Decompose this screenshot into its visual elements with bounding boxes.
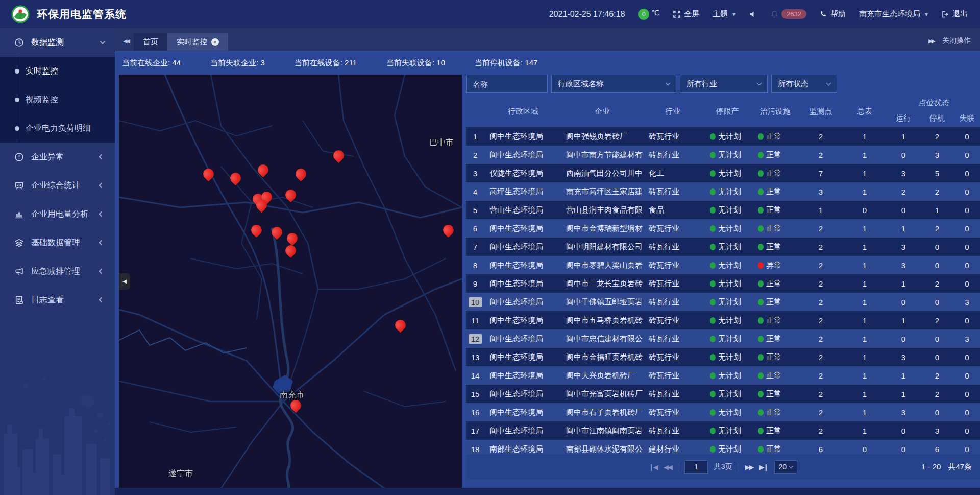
next-page-icon[interactable]: ▶▶ <box>745 463 753 471</box>
sidebar-item-power-load-detail[interactable]: 企业电力负荷明细 <box>0 114 115 143</box>
sidebar-item-emergency-reduction[interactable]: 应急减排管理 <box>0 257 115 286</box>
stat-item: 当前失联企业: 3 <box>210 58 265 68</box>
help-button[interactable]: 帮助 <box>820 9 846 19</box>
pagination-bar: ❙◀ ◀◀ 共3页 ▶▶ ▶❙ 20 1 - 20 共47条 <box>466 454 980 480</box>
sound-toggle[interactable] <box>749 10 757 18</box>
stat-item: 当前在线企业: 44 <box>122 58 181 68</box>
cell-meter: 1 <box>843 279 887 288</box>
table-row[interactable]: 8 阆中生态环境局 阆中市枣碧大梁山页岩 砖瓦行业 无计划 异常 2 1 3 0 <box>466 256 980 274</box>
cell-points: 2 <box>799 335 843 343</box>
map-panel[interactable]: 巴中市 南充市 遂宁市 <box>119 75 462 488</box>
table-body: 1 阆中生态环境局 阆中强锐页岩砖厂 砖瓦行业 无计划 正常 2 1 1 2 0 <box>466 127 980 454</box>
name-search-input[interactable] <box>466 75 548 93</box>
table-row[interactable]: 18 南部生态环境局 南部县砌体水泥有限公 建材行业 无计划 正常 6 0 0 … <box>466 440 980 454</box>
cell-region: 阆中生态环境局 <box>484 352 562 362</box>
cell-facility-status: 正常 <box>752 242 799 252</box>
status-dot-icon <box>758 170 764 177</box>
tabs-scroll-right-icon[interactable]: ▶▶ <box>928 38 934 44</box>
sidebar-item-video-monitoring[interactable]: 视频监控 <box>0 85 115 114</box>
table-row[interactable]: 9 阆中生态环境局 阆中市二龙长宝页岩砖 砖瓦行业 无计划 正常 2 1 1 2 <box>466 274 980 293</box>
region-select[interactable]: 行政区域名称 <box>551 75 676 93</box>
cell-index: 15 <box>466 389 484 399</box>
cell-index: 10 <box>466 297 484 307</box>
page-size-select[interactable]: 20 <box>774 460 798 474</box>
filter-bar: 行政区域名称 所有行业 所有状态 <box>466 75 980 93</box>
panel-collapse-handle[interactable] <box>119 273 130 290</box>
tab-home[interactable]: 首页 <box>134 33 167 51</box>
sidebar-item-enterprise-abnormal[interactable]: 企业异常 <box>0 143 115 171</box>
table-header: 行政区域 企业 行业 停限产 治污设施 监测点 总表 点位状态 运行 停机 失联 <box>466 96 980 127</box>
cell-points: 2 <box>799 243 843 251</box>
close-operations-menu[interactable]: 关闭操作 <box>942 36 971 45</box>
tabs-scroll-left-icon[interactable]: ◀◀ <box>120 38 134 51</box>
cell-lost: 0 <box>954 408 980 417</box>
header-toolbar: 2021-02-25 17:46:18 0 ℃ 全屏 主题 2632 帮助 南充… <box>549 9 980 20</box>
cell-facility-status: 正常 <box>752 371 799 381</box>
cell-index: 6 <box>466 224 484 233</box>
prev-page-icon[interactable]: ◀◀ <box>664 463 672 471</box>
cell-facility-status: 异常 <box>752 261 799 270</box>
cell-stop-status: 无计划 <box>703 224 752 233</box>
table-row[interactable]: 3 仪陇生态环境局 西南油气田分公司川中 化工 无计划 正常 7 1 3 5 0 <box>466 164 980 182</box>
cell-run: 1 <box>887 132 920 141</box>
table-row[interactable]: 7 阆中生态环境局 阆中明阳建材有限公司 砖瓦行业 无计划 正常 2 1 3 0 <box>466 238 980 256</box>
status-dot-icon <box>758 225 764 232</box>
logout-button[interactable]: 退出 <box>941 9 968 19</box>
cell-index: 1 <box>466 132 484 142</box>
workspace: 巴中市 南充市 遂宁市 <box>115 75 980 488</box>
table-row[interactable]: 5 营山生态环境局 营山县润丰肉食品有限 食品 无计划 正常 1 0 0 1 0 <box>466 201 980 219</box>
app-title: 环保用电监管系统 <box>37 7 127 21</box>
last-page-icon[interactable]: ▶❙ <box>760 463 768 471</box>
cell-halt: 6 <box>920 445 954 454</box>
cell-points: 1 <box>799 206 843 215</box>
cell-meter: 1 <box>843 261 887 270</box>
cell-lost: 0 <box>954 151 980 159</box>
total-label: 共47条 <box>948 462 972 472</box>
table-row[interactable]: 16 阆中生态环境局 阆中市石子页岩机砖厂 砖瓦行业 无计划 正常 2 1 3 … <box>466 403 980 421</box>
sidebar-item-base-data-management[interactable]: 基础数据管理 <box>0 228 115 257</box>
notifications[interactable]: 2632 <box>770 9 806 19</box>
cell-region: 阆中生态环境局 <box>484 224 562 233</box>
sidebar-item-log-view[interactable]: 日志查看 <box>0 286 115 314</box>
datetime: 2021-02-25 17:46:18 <box>549 10 625 19</box>
cell-stop-status: 无计划 <box>703 132 752 142</box>
cell-stop-status: 无计划 <box>703 261 752 270</box>
cell-stop-status: 无计划 <box>703 389 752 399</box>
cell-industry: 砖瓦行业 <box>643 242 703 252</box>
table-row[interactable]: 10 阆中生态环境局 阆中千佛镇五郎垭页岩 砖瓦行业 无计划 正常 2 1 0 … <box>466 293 980 311</box>
sidebar-item-power-usage-analysis[interactable]: 企业用电量分析 <box>0 200 115 228</box>
cell-points: 2 <box>799 224 843 233</box>
org-menu[interactable]: 南充市生态环境局 <box>859 9 928 19</box>
first-page-icon[interactable]: ❙◀ <box>649 463 657 471</box>
table-row[interactable]: 11 阆中生态环境局 阆中市五马桥页岩机砖 砖瓦行业 无计划 正常 2 1 1 … <box>466 311 980 329</box>
table-row[interactable]: 4 高坪生态环境局 南充市高坪区王家店建 砖瓦行业 无计划 正常 3 1 2 2 <box>466 182 980 201</box>
tab-close-icon[interactable] <box>211 38 219 46</box>
table-row[interactable]: 6 阆中生态环境局 阆中市金博瑞新型墙材 砖瓦行业 无计划 正常 2 1 1 2 <box>466 219 980 238</box>
table-row[interactable]: 14 阆中生态环境局 阆中大兴页岩机砖厂 砖瓦行业 无计划 正常 2 1 1 2 <box>466 366 980 385</box>
table-row[interactable]: 13 阆中生态环境局 阆中市金福旺页岩机砖 砖瓦行业 无计划 正常 2 1 3 … <box>466 348 980 366</box>
cell-facility-status: 正常 <box>752 132 799 142</box>
cell-industry: 建材行业 <box>643 444 703 454</box>
cell-points: 2 <box>799 132 843 141</box>
tab-realtime-monitoring[interactable]: 实时监控 <box>167 33 228 51</box>
theme-menu[interactable]: 主题 <box>713 9 736 19</box>
table-row[interactable]: 2 阆中生态环境局 阆中市南方节能建材有 砖瓦行业 无计划 正常 2 1 0 3 <box>466 146 980 164</box>
table-row[interactable]: 17 阆中生态环境局 阆中市江南镇阆南页岩 砖瓦行业 无计划 正常 2 1 0 … <box>466 421 980 440</box>
sidebar-item-data-monitoring[interactable]: 数据监测 <box>0 28 115 57</box>
cell-meter: 1 <box>843 187 887 196</box>
status-dot-icon <box>758 280 764 287</box>
fullscreen-button[interactable]: 全屏 <box>673 9 699 19</box>
stat-item: 当前在线设备: 211 <box>295 58 357 68</box>
cell-run: 3 <box>887 353 920 362</box>
layers-icon <box>14 238 24 248</box>
table-row[interactable]: 15 阆中生态环境局 阆中市光富页岩机砖厂 砖瓦行业 无计划 正常 2 1 1 … <box>466 385 980 403</box>
status-select[interactable]: 所有状态 <box>771 75 837 93</box>
sidebar-item-enterprise-statistics[interactable]: 企业综合统计 <box>0 171 115 200</box>
cell-company: 阆中强锐页岩砖厂 <box>562 132 643 142</box>
industry-select[interactable]: 所有行业 <box>680 75 768 93</box>
table-row[interactable]: 1 阆中生态环境局 阆中强锐页岩砖厂 砖瓦行业 无计划 正常 2 1 1 2 0 <box>466 127 980 146</box>
sidebar-item-realtime-monitoring[interactable]: 实时监控 <box>0 57 115 85</box>
table-row[interactable]: 12 阆中生态环境局 阆中市忠信建材有限公 砖瓦行业 无计划 正常 2 1 0 … <box>466 329 980 348</box>
page-number-input[interactable] <box>684 460 708 474</box>
cell-lost: 0 <box>954 279 980 288</box>
